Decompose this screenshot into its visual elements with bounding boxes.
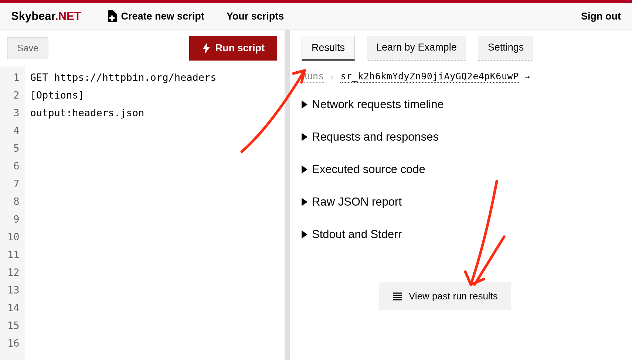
logo-suffix: .NET bbox=[55, 10, 81, 23]
section-label: Executed source code bbox=[312, 163, 425, 176]
sign-out-link[interactable]: Sign out bbox=[581, 11, 621, 22]
code-area[interactable]: GET https://httpbin.org/headers [Options… bbox=[25, 66, 285, 360]
your-scripts-label: Your scripts bbox=[227, 11, 284, 22]
caret-right-icon bbox=[302, 133, 307, 141]
save-button[interactable]: Save bbox=[7, 37, 48, 59]
top-accent-bar bbox=[0, 0, 632, 3]
line-gutter: 1 2 3 4 5 6 7 8 9 10 11 12 13 14 15 16 bbox=[0, 66, 25, 360]
line-number: 5 bbox=[7, 140, 20, 157]
caret-right-icon bbox=[302, 100, 307, 109]
section-label: Network requests timeline bbox=[312, 98, 444, 111]
view-past-results-button[interactable]: View past run results bbox=[379, 282, 511, 310]
arrow-right-icon: ➞ bbox=[525, 72, 530, 82]
editor-panel: Save Run script 1 2 3 4 5 6 7 8 9 10 bbox=[0, 30, 290, 360]
code-line bbox=[30, 157, 279, 175]
line-number: 11 bbox=[7, 246, 20, 264]
line-number: 3 bbox=[7, 104, 20, 122]
section-stdout-stderr[interactable]: Stdout and Stderr bbox=[302, 228, 620, 241]
chevron-right-icon: › bbox=[330, 72, 334, 82]
code-line: output:headers.json bbox=[30, 104, 279, 122]
create-script-label: Create new script bbox=[121, 11, 204, 22]
line-number: 1 bbox=[7, 69, 20, 86]
editor-toolbar: Save Run script bbox=[0, 30, 285, 66]
section-label: Stdout and Stderr bbox=[312, 228, 402, 241]
code-line bbox=[30, 175, 279, 193]
list-icon bbox=[393, 292, 403, 301]
line-number: 6 bbox=[7, 157, 20, 175]
caret-right-icon bbox=[302, 198, 307, 206]
line-number: 8 bbox=[7, 193, 20, 210]
line-number: 4 bbox=[7, 122, 20, 140]
section-label: Raw JSON report bbox=[312, 195, 402, 209]
svg-rect-1 bbox=[109, 17, 115, 19]
tab-learn[interactable]: Learn by Example bbox=[367, 36, 466, 61]
code-line bbox=[30, 281, 279, 299]
tab-settings[interactable]: Settings bbox=[478, 36, 534, 61]
main-content: Save Run script 1 2 3 4 5 6 7 8 9 10 bbox=[0, 30, 632, 360]
code-line bbox=[30, 334, 279, 352]
code-line: GET https://httpbin.org/headers bbox=[30, 69, 279, 86]
code-line bbox=[30, 140, 279, 157]
main-header: Skybear.NET Create new script Your scrip… bbox=[0, 3, 632, 30]
results-tabs: Results Learn by Example Settings bbox=[302, 36, 620, 61]
caret-right-icon bbox=[302, 165, 307, 174]
section-requests-responses[interactable]: Requests and responses bbox=[302, 130, 620, 144]
results-panel: Results Learn by Example Settings Runs ›… bbox=[290, 30, 632, 360]
breadcrumb-run-id[interactable]: sr_k2h6kmYdyZn90jiAyGQ2e4pK6uwP bbox=[340, 71, 519, 83]
logo-name: Skybear bbox=[11, 10, 55, 23]
code-line bbox=[30, 193, 279, 210]
line-number: 16 bbox=[7, 334, 20, 352]
caret-right-icon bbox=[302, 230, 307, 238]
code-line bbox=[30, 246, 279, 264]
create-script-link[interactable]: Create new script bbox=[107, 10, 204, 22]
code-line bbox=[30, 264, 279, 281]
section-network-timeline[interactable]: Network requests timeline bbox=[302, 98, 620, 111]
code-line bbox=[30, 228, 279, 246]
breadcrumb-runs[interactable]: Runs bbox=[302, 71, 324, 83]
section-raw-json[interactable]: Raw JSON report bbox=[302, 195, 620, 209]
line-number: 2 bbox=[7, 86, 20, 104]
line-number: 14 bbox=[7, 299, 20, 317]
tab-results[interactable]: Results bbox=[302, 36, 355, 61]
line-number: 12 bbox=[7, 264, 20, 281]
section-executed-source[interactable]: Executed source code bbox=[302, 163, 620, 176]
code-line bbox=[30, 317, 279, 334]
logo[interactable]: Skybear.NET bbox=[11, 10, 81, 23]
code-line bbox=[30, 210, 279, 228]
line-number: 7 bbox=[7, 175, 20, 193]
breadcrumb: Runs › sr_k2h6kmYdyZn90jiAyGQ2e4pK6uwP ➞ bbox=[302, 71, 620, 83]
code-line bbox=[30, 299, 279, 317]
line-number: 15 bbox=[7, 317, 20, 334]
line-number: 10 bbox=[7, 228, 20, 246]
run-script-button[interactable]: Run script bbox=[189, 36, 277, 61]
code-line: [Options] bbox=[30, 86, 279, 104]
bolt-icon bbox=[202, 43, 211, 54]
new-file-icon bbox=[107, 10, 117, 22]
line-number: 13 bbox=[7, 281, 20, 299]
code-line bbox=[30, 122, 279, 140]
section-label: Requests and responses bbox=[312, 130, 439, 144]
line-number: 9 bbox=[7, 210, 20, 228]
code-editor[interactable]: 1 2 3 4 5 6 7 8 9 10 11 12 13 14 15 16 G… bbox=[0, 66, 285, 360]
your-scripts-link[interactable]: Your scripts bbox=[227, 11, 284, 22]
